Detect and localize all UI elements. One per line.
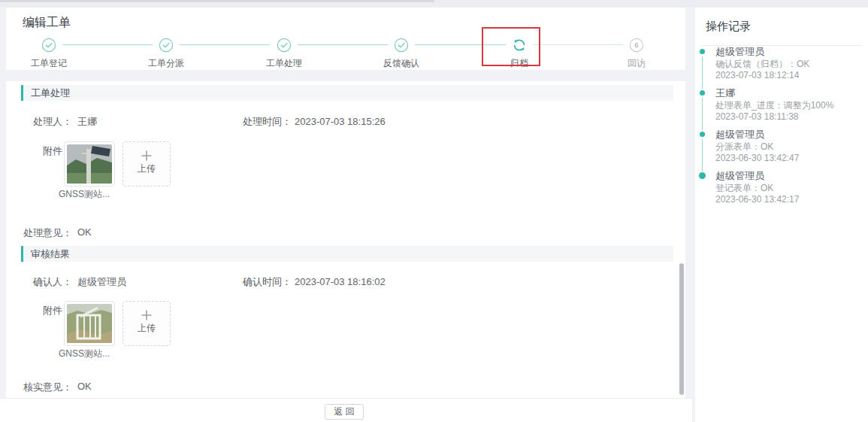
timeline-dot-icon <box>699 172 706 179</box>
step-process[interactable]: 工单处理 <box>254 38 314 68</box>
check-circle-icon <box>41 38 56 53</box>
plus-icon <box>141 150 153 162</box>
timeline-user: 超级管理员 <box>715 47 860 57</box>
confirm-time-label: 确认时间： <box>243 276 292 287</box>
process-time: 处理时间：2023-07-03 18:15:26 <box>243 115 386 129</box>
check-circle-icon <box>159 38 174 53</box>
timeline-time: 2023-06-30 13:42:17 <box>715 195 860 205</box>
timeline-user: 超级管理员 <box>715 171 860 181</box>
timeline-user: 王娜 <box>715 88 860 99</box>
attachment-label: 附件： <box>6 144 72 158</box>
top-strip-edge <box>0 0 434 2</box>
timeline-item: 王娜 处理表单_进度：调整为100% 2023-07-03 18:11:38 <box>695 88 868 129</box>
timeline-connector <box>702 98 703 130</box>
timeline-action: 处理表单_进度：调整为100% <box>715 101 860 111</box>
upload-label: 上传 <box>123 162 170 175</box>
timeline-action: 登记表单：OK <box>715 184 860 193</box>
work-order-header-card: 编辑工单 工单登记 工单分派 工单处理 反馈 <box>6 8 685 70</box>
timeline-item: 超级管理员 分派表单：OK 2023-06-30 13:42:47 <box>695 129 868 171</box>
timeline-time: 2023-06-30 13:42:47 <box>715 153 860 163</box>
timeline-time: 2023-07-03 18:11:38 <box>715 112 860 122</box>
upload-label: 上传 <box>123 322 170 335</box>
timeline-user: 超级管理员 <box>715 129 860 140</box>
attachment-thumbnail[interactable] <box>64 301 115 346</box>
process-time-value: 2023-07-03 18:15:26 <box>295 116 386 127</box>
timeline-time: 2023-07-03 18:12:14 <box>715 71 860 80</box>
timeline-item: 超级管理员 登记表单：OK 2023-06-30 13:42:17 <box>695 171 868 212</box>
page: 编辑工单 工单登记 工单分派 工单处理 反馈 <box>0 0 868 422</box>
top-strip <box>0 0 868 8</box>
page-title: 编辑工单 <box>23 15 71 31</box>
opinion-label: 处理意见： <box>6 226 72 240</box>
vertical-scrollbar[interactable] <box>679 263 684 395</box>
step-label: 工单登记 <box>19 58 79 68</box>
check-circle-icon <box>277 38 292 53</box>
upload-button[interactable]: 上传 <box>122 301 171 346</box>
step-revisit[interactable]: 6 回访 <box>606 38 667 68</box>
timeline-item: 超级管理员 确认反馈（归档）：OK 2023-07-03 18:12:14 <box>695 47 868 88</box>
attachment-filename: GNSS测站... <box>59 348 122 360</box>
operation-log-panel: 操作记录 超级管理员 确认反馈（归档）：OK 2023-07-03 18:12:… <box>695 8 868 422</box>
gnss-station-photo <box>67 304 112 343</box>
timeline-connector <box>702 56 703 89</box>
step-dispatch[interactable]: 工单分派 <box>136 38 196 68</box>
confirmer-label: 确认人： <box>6 275 72 289</box>
step-label: 工单处理 <box>254 58 314 68</box>
step-label: 回访 <box>606 58 667 68</box>
opinion-value: OK <box>77 226 92 238</box>
section-header-process: 工单处理 <box>21 85 673 101</box>
work-order-detail-card: 工单处理 处理人： 王娜 处理时间：2023-07-03 18:15:26 附件… <box>6 81 685 398</box>
section-accent-bar <box>21 246 23 262</box>
step-register[interactable]: 工单登记 <box>19 38 79 68</box>
attachment-thumbnail[interactable] <box>64 141 115 187</box>
verify-label: 核实意见： <box>6 381 72 394</box>
confirm-time-value: 2023-07-03 18:16:02 <box>295 276 386 287</box>
footer-bar: 返回 <box>0 398 692 422</box>
section-title: 审核结果 <box>31 246 70 262</box>
back-button[interactable]: 返回 <box>325 404 364 420</box>
timeline-action: 确认反馈（归档）：OK <box>715 59 860 69</box>
step-label: 反馈确认 <box>371 58 431 68</box>
section-accent-bar <box>21 85 23 101</box>
timeline-action: 分派表单：OK <box>715 142 860 152</box>
check-circle-icon <box>394 38 409 53</box>
step-number-icon: 6 <box>629 38 644 53</box>
plus-icon <box>141 309 153 321</box>
svg-text:6: 6 <box>634 41 638 49</box>
operation-timeline: 超级管理员 确认反馈（归档）：OK 2023-07-03 18:12:14 王娜… <box>695 47 868 212</box>
handler-value: 王娜 <box>77 115 97 129</box>
step-label: 工单分派 <box>136 58 196 68</box>
timeline-dot-icon <box>700 90 705 96</box>
timeline-dot-icon <box>700 49 705 54</box>
attachment-filename: GNSS测站... <box>59 188 122 201</box>
section-title: 工单处理 <box>31 85 70 101</box>
process-time-label: 处理时间： <box>243 116 292 127</box>
timeline-dot-icon <box>700 132 705 137</box>
attachment-label: 附件： <box>6 304 72 317</box>
section-header-review: 审核结果 <box>21 246 673 262</box>
verify-value: OK <box>77 381 92 392</box>
upload-button[interactable]: 上传 <box>122 141 171 187</box>
operation-log-title: 操作记录 <box>706 20 751 34</box>
confirmer-value: 超级管理员 <box>77 275 126 289</box>
timeline-connector <box>702 139 703 172</box>
red-highlight-box <box>482 27 540 66</box>
gnss-station-photo <box>67 144 112 184</box>
step-feedback-confirm[interactable]: 反馈确认 <box>371 38 431 68</box>
handler-label: 处理人： <box>6 115 72 129</box>
confirm-time: 确认时间：2023-07-03 18:16:02 <box>243 275 386 289</box>
